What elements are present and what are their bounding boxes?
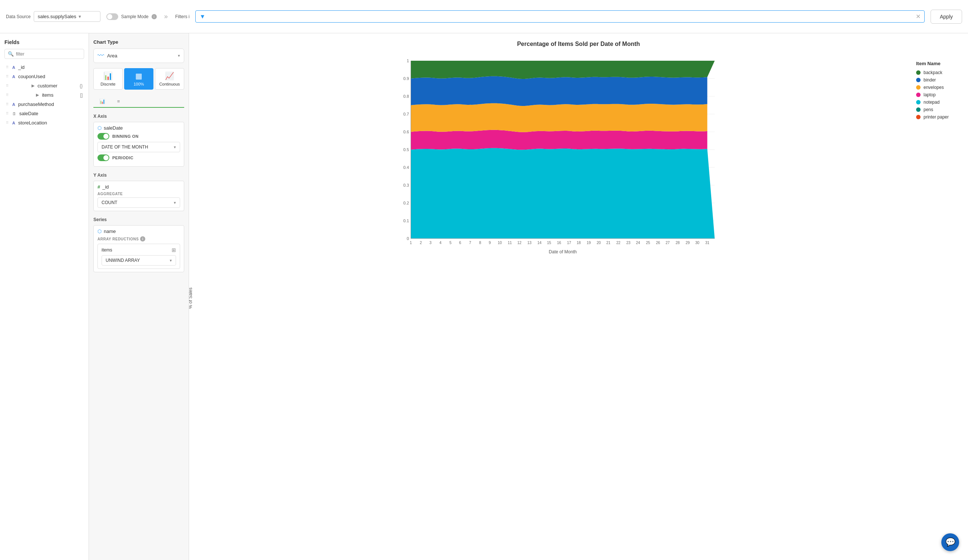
sample-mode-info-icon[interactable]: i [152,14,157,19]
config-panel: Chart Type 〰 Area ▾ 📊 Discrete ▦ 100% 📈 … [89,33,189,560]
name-label: name [104,228,116,234]
data-source-select[interactable]: sales.supplySales ▾ [34,11,100,22]
legend-color-notepad [916,100,921,104]
tab-settings[interactable]: ≡ [111,96,126,108]
filter-bar[interactable]: ▼ ✕ [195,10,925,23]
svg-text:18: 18 [577,241,581,245]
date-dropdown-value: DATE OF THE MONTH [101,144,148,150]
periodic-toggle[interactable] [98,154,109,161]
style-tabs: 📊 Discrete ▦ 100% 📈 Continuous [93,68,184,90]
toggle-knob [107,14,112,19]
svg-text:21: 21 [606,241,611,245]
drag-handle: ⠿ [6,74,8,79]
legend-item-pens: pens [916,107,961,112]
percent-icon: ▦ [135,71,142,80]
count-dropdown[interactable]: COUNT ▾ [98,197,180,208]
y-axis-section: Y Axis # _id AGGREGATE COUNT ▾ [93,173,184,211]
svg-text:11: 11 [508,241,512,245]
svg-text:28: 28 [676,241,680,245]
y-axis-field: # _id AGGREGATE COUNT ▾ [93,181,184,211]
config-tabs-row: 📊 ≡ [93,96,184,108]
y-field-name: # _id [98,184,180,190]
field-name: customer [37,83,57,89]
fields-panel: Fields 🔍 ⠿ A _id ⠿ A couponUsed ⠿ ▶ cust… [0,33,89,560]
legend-color-backpack [916,70,921,75]
chevron-down-icon: ▾ [178,53,180,58]
series-section: Series ⬡ name ARRAY REDUCTIONS i items ⊞ [93,217,184,272]
discrete-icon: 📊 [103,71,113,80]
filter-icon: ▼ [199,13,205,20]
field-item-purchasemethod[interactable]: ⠿ A purchaseMethod [5,100,84,109]
legend-title: Item Name [916,61,961,66]
svg-text:7: 7 [469,241,471,245]
sample-mode-toggle[interactable] [106,13,118,20]
field-item-customer[interactable]: ⠿ ▶ customer {} [5,81,84,90]
legend-label-printer-paper: printer paper [923,114,949,120]
saledate-icon: ⬡ [98,125,101,131]
svg-text:29: 29 [686,241,690,245]
svg-text:0: 0 [406,236,409,241]
series-field: ⬡ name ARRAY REDUCTIONS i items ⊞ UNWIND… [93,225,184,272]
date-dropdown[interactable]: DATE OF THE MONTH ▾ [98,142,180,152]
series-icon: ⬡ [98,228,101,234]
svg-text:13: 13 [527,241,532,245]
svg-text:0.1: 0.1 [403,218,409,223]
field-item-couponused[interactable]: ⠿ A couponUsed [5,72,84,81]
top-bar: Data Source sales.supplySales ▾ Sample M… [0,0,968,33]
area-laptop [411,130,708,150]
field-item-storelocation[interactable]: ⠿ A storeLocation [5,118,84,127]
chevron-down-icon: ▾ [174,200,176,205]
drag-handle: ⠿ [6,84,8,88]
svg-text:12: 12 [517,241,522,245]
svg-text:26: 26 [656,241,660,245]
legend-label-pens: pens [923,107,933,112]
svg-text:27: 27 [666,241,670,245]
tab-data[interactable]: 📊 [93,96,111,108]
binning-toggle[interactable] [98,133,109,140]
area-chart-svg: 1 0.9 0.8 0.7 0.6 0.5 0.4 0.3 0.2 0.1 0 [217,53,909,246]
continuous-label: Continuous [159,82,180,86]
field-name: items [42,92,53,98]
chevron-down-icon: ▾ [79,14,96,19]
svg-text:0.8: 0.8 [403,94,409,99]
periodic-toggle-row: PERIODIC [98,154,180,161]
unwind-dropdown[interactable]: UNWIND ARRAY ▾ [101,255,176,266]
count-value: COUNT [101,200,118,205]
style-tab-discrete[interactable]: 📊 Discrete [93,68,123,90]
svg-text:4: 4 [439,241,442,245]
apply-button[interactable]: Apply [931,10,962,24]
array-reductions-info-icon[interactable]: i [140,236,145,241]
expand-icon: ▶ [36,93,39,97]
field-item-id[interactable]: ⠿ A _id [5,63,84,72]
expand-items-icon[interactable]: ⊞ [172,247,176,253]
field-type-icon: A [12,65,15,69]
fields-title: Fields [5,39,84,45]
chat-button[interactable]: 💬 [941,534,959,551]
filter-clear-icon[interactable]: ✕ [916,13,921,20]
search-box[interactable]: 🔍 [5,49,84,59]
style-tab-100percent[interactable]: ▦ 100% [124,68,153,90]
data-source-section: Data Source sales.supplySales ▾ [6,11,100,22]
chart-type-selector[interactable]: 〰 Area ▾ [93,48,184,63]
legend-label-backpack: backpack [923,70,942,75]
chat-icon: 💬 [945,537,955,547]
legend-item-printer-paper: printer paper [916,114,961,120]
area-backpack [411,61,715,79]
continuous-icon: 📈 [165,71,174,80]
unwind-value: UNWIND ARRAY [106,258,140,263]
svg-text:0.5: 0.5 [403,147,409,152]
x-field-name: ⬡ saleDate [98,125,180,131]
legend-label-envelopes: envelopes [923,85,944,90]
field-name: _id [18,64,25,70]
toggle-knob [103,155,109,160]
main-layout: Fields 🔍 ⠿ A _id ⠿ A couponUsed ⠿ ▶ cust… [0,33,968,560]
field-item-saledate[interactable]: ⠿ 🗓 saleDate [5,109,84,118]
chart-wrapper: % of Sales [196,53,909,543]
svg-text:9: 9 [489,241,491,245]
style-tab-continuous[interactable]: 📈 Continuous [155,68,184,90]
svg-text:8: 8 [479,241,481,245]
field-item-items[interactable]: ⠿ ▶ items [] [5,90,84,100]
calendar-icon: 🗓 [12,111,16,116]
fields-search-input[interactable] [16,51,81,57]
legend-color-laptop [916,93,921,97]
